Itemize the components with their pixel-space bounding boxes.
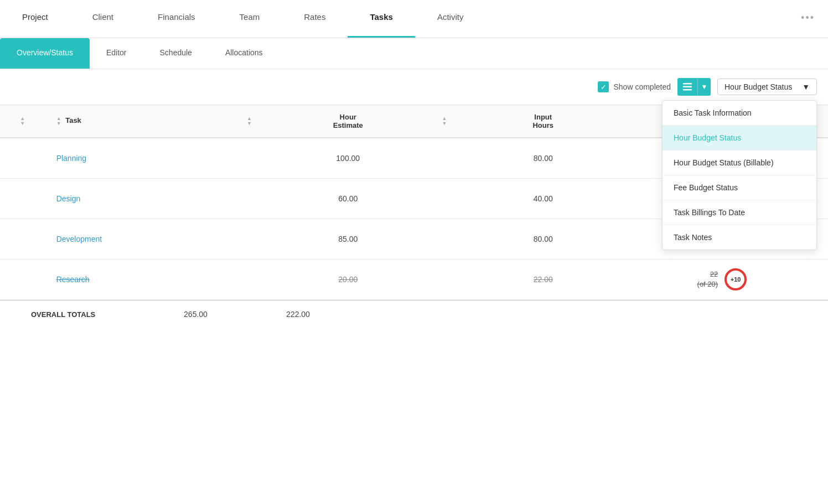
footer-input-hours: 222.00 xyxy=(255,310,341,319)
column-dropdown-menu: Basic Task Information Hour Budget Statu… xyxy=(662,100,817,250)
show-completed-label: Show completed xyxy=(613,82,671,91)
svg-rect-2 xyxy=(683,89,692,91)
input-hours-cell: 40.00 xyxy=(469,179,617,219)
footer-totals-label: OVERALL TOTALS xyxy=(31,310,136,319)
svg-rect-1 xyxy=(683,86,692,88)
task-name-cell[interactable]: Research xyxy=(48,259,227,300)
column-select-dropdown[interactable]: Hour Budget Status ▼ xyxy=(717,79,817,95)
task-name-cell[interactable]: Design xyxy=(48,179,227,219)
footer-hour-estimate: 265.00 xyxy=(153,310,239,319)
sub-nav: Overview/Status Editor Schedule Allocati… xyxy=(0,38,828,69)
dropdown-item-hour-budget[interactable]: Hour Budget Status xyxy=(663,126,816,150)
table-footer: OVERALL TOTALS 265.00 222.00 xyxy=(0,300,828,328)
hour-estimate-cell: 20.00 xyxy=(274,259,422,300)
dropdown-arrow-icon: ▼ xyxy=(802,82,810,91)
col-task: ▲▼ Task xyxy=(48,105,227,138)
col-task-label: Task xyxy=(65,116,81,124)
dropdown-item-task-billings[interactable]: Task Billings To Date xyxy=(663,200,816,225)
view-list-button[interactable] xyxy=(677,78,697,96)
hour-estimate-cell: 85.00 xyxy=(274,219,422,259)
sort-arrows-task[interactable]: ▲▼ xyxy=(56,116,61,126)
view-toggle-group: ▼ xyxy=(677,78,711,96)
sort-arrows-3[interactable]: ▲▼ xyxy=(442,116,447,126)
column-select-label: Hour Budget Status xyxy=(724,82,792,91)
nav-team[interactable]: Team xyxy=(218,0,282,38)
col-hour-estimate-label: HourEstimate xyxy=(333,113,363,129)
percent-complete-cell: 22(of 20) +10 xyxy=(617,259,828,300)
subnav-allocations[interactable]: Allocations xyxy=(209,38,280,69)
task-name-cell[interactable]: Planning xyxy=(48,138,227,179)
svg-rect-0 xyxy=(683,83,692,85)
sort-arrows-2[interactable]: ▲▼ xyxy=(247,116,252,126)
nav-rates[interactable]: Rates xyxy=(282,0,348,38)
top-nav: Project Client Financials Team Rates Tas… xyxy=(0,0,828,38)
hour-estimate-cell: 100.00 xyxy=(274,138,422,179)
view-toggle-caret[interactable]: ▼ xyxy=(697,78,711,96)
nav-tasks[interactable]: Tasks xyxy=(348,0,415,38)
input-hours-cell: 80.00 xyxy=(469,138,617,179)
hour-estimate-cell: 60.00 xyxy=(274,179,422,219)
table-row: Research20.0022.0022(of 20) +10 xyxy=(0,259,828,300)
col-sort-2: ▲▼ xyxy=(227,105,275,138)
nav-project[interactable]: Project xyxy=(0,0,70,38)
sort-arrows-1[interactable]: ▲▼ xyxy=(20,116,25,126)
dropdown-item-basic[interactable]: Basic Task Information xyxy=(663,101,816,126)
show-completed-toggle[interactable]: ✓ Show completed xyxy=(598,81,671,92)
col-hour-estimate: HourEstimate xyxy=(274,105,422,138)
col-input-hours: InputHours xyxy=(469,105,617,138)
task-name-cell[interactable]: Development xyxy=(48,219,227,259)
nav-financials[interactable]: Financials xyxy=(136,0,218,38)
subnav-editor[interactable]: Editor xyxy=(90,38,143,69)
col-input-hours-label: InputHours xyxy=(532,113,553,129)
nav-client[interactable]: Client xyxy=(70,0,136,38)
nav-more[interactable]: ••• xyxy=(788,0,828,38)
show-completed-checkbox[interactable]: ✓ xyxy=(598,81,609,92)
toolbar: ✓ Show completed ▼ Hour Budget Status ▼ … xyxy=(0,69,828,105)
col-sort-up: ▲▼ xyxy=(0,105,48,138)
dropdown-item-task-notes[interactable]: Task Notes xyxy=(663,225,816,250)
dropdown-item-fee-budget[interactable]: Fee Budget Status xyxy=(663,175,816,200)
input-hours-cell: 22.00 xyxy=(469,259,617,300)
dropdown-item-hour-budget-billable[interactable]: Hour Budget Status (Billable) xyxy=(663,150,816,175)
subnav-overview[interactable]: Overview/Status xyxy=(0,38,90,69)
input-hours-cell: 80.00 xyxy=(469,219,617,259)
col-sort-3: ▲▼ xyxy=(422,105,469,138)
nav-activity[interactable]: Activity xyxy=(415,0,486,38)
subnav-schedule[interactable]: Schedule xyxy=(143,38,209,69)
